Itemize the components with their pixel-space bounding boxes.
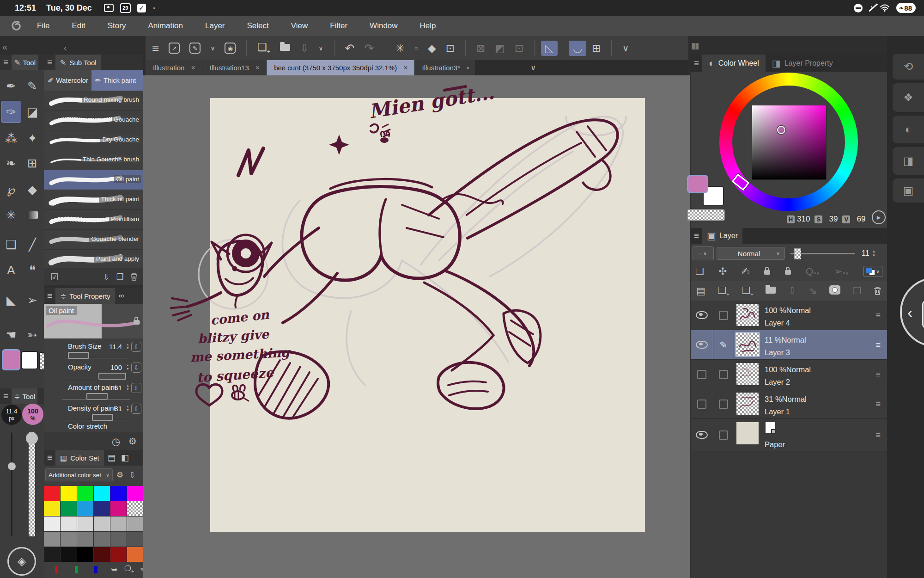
layer-thumbnail[interactable] [736,363,759,385]
color-mode-toggle[interactable]: ▶ [872,210,886,224]
tool-figure[interactable]: ╱ [22,234,43,256]
layer-row[interactable]: 100 %NormalLayer 2 ≡ [691,360,887,389]
download-brush-icon[interactable]: ⇩ [103,273,110,281]
lock-icon[interactable] [134,320,140,325]
fit-screen-icon[interactable]: ↗ [169,43,180,54]
transparent-color-swatch[interactable] [687,209,725,221]
property-row[interactable]: Opacity 100 ▲▼ ⇩ [44,363,143,384]
panel-menu-icon[interactable]: ≡ [0,57,12,68]
group-tab-watercolor[interactable]: ✐ Watercolor [44,70,91,91]
property-row[interactable]: Color stretch [44,422,143,431]
dock-grip[interactable]: ▮▮ [691,41,699,51]
new-vector-layer-icon[interactable]: ❑+ [742,285,753,297]
stroke-dynamics-icon[interactable]: ◷ [112,437,120,446]
tool-pen[interactable]: ✒ [1,75,21,97]
tab-color-set[interactable]: ▦ Color Set [55,450,104,466]
canvas-viewport[interactable]: Mien gott... come on blitzy give me some… [143,75,690,578]
layer-list-view-icon[interactable]: ▤ [696,285,705,296]
quick-swatch[interactable] [94,566,97,573]
layer-thumbnail[interactable] [736,333,759,356]
color-swatch[interactable] [94,517,110,531]
delete-layer-icon[interactable] [874,287,881,295]
layer-menu-icon[interactable]: ≡ [875,430,881,440]
sv-square[interactable] [752,105,826,179]
blend-mode-dropdown[interactable]: Normal ∨ [717,247,785,260]
layer-color-dropdown[interactable]: ∨ [863,266,882,277]
tool-eyedropper[interactable]: ➳ [22,324,43,346]
brush-item[interactable]: Pointillism [44,210,143,230]
menu-item-view[interactable]: View [280,21,319,31]
brush-item[interactable]: Thick oil paint [44,190,143,210]
slider-track[interactable] [62,420,130,420]
panel-menu-icon[interactable]: ≡ [691,58,702,68]
tool-eraser[interactable]: ◪ [22,101,43,123]
layer-check-toggle[interactable] [713,419,734,451]
multi-select-pages-icon[interactable]: ☑ [50,272,59,282]
tab-tool[interactable]: ✎ Tool [12,55,38,70]
tool-hand[interactable]: ☚ [1,324,21,346]
menu-item-filter[interactable]: Filter [319,21,359,31]
layer-check-toggle[interactable] [713,360,734,389]
color-swatch[interactable] [94,501,110,516]
color-swatch[interactable] [77,517,93,531]
color-swatch[interactable] [44,517,60,531]
color-swatch[interactable] [44,501,60,516]
dynamics-icon[interactable]: ⇩ [131,383,141,393]
layer-property-palette-button[interactable]: ◨ [893,147,924,175]
create-mask-icon[interactable] [829,285,840,296]
menu-item-window[interactable]: Window [359,21,408,31]
color-swatch[interactable] [61,532,77,547]
color-swatch[interactable] [77,486,93,501]
merge-down-icon[interactable]: ⇘ [808,285,817,296]
undo-icon[interactable]: ↶ [345,43,355,54]
layer-opacity-knob[interactable] [794,248,801,259]
layer-thumbnail[interactable] [736,393,759,415]
tool-selection[interactable]: ℘ [1,178,21,201]
tool-auto-select[interactable]: ✳ [1,204,21,226]
canvas-drawing[interactable]: Mien gott... come on blitzy give me some… [143,75,690,578]
stepper-icon[interactable]: ▲▼ [126,405,129,412]
film-palette-icon[interactable]: ▤ [108,454,116,462]
layer-visibility-toggle[interactable] [691,360,713,389]
color-swatch[interactable] [127,486,143,501]
tab-color-wheel[interactable]: ◐ Color Wheel [702,55,766,72]
brush-item-selected[interactable]: Oil paint [44,170,143,190]
add-color-icon[interactable]: ❍+ [124,565,134,574]
color-swatch[interactable] [94,486,110,501]
gradient-palette-icon[interactable]: ◧ [121,454,129,462]
layer-menu-icon[interactable]: ≡ [875,369,881,379]
color-swatch[interactable] [110,501,127,516]
color-swatch[interactable] [61,547,77,562]
stepper-icon[interactable]: ▲▼ [126,363,129,370]
color-swatch[interactable] [127,547,143,562]
tool-brush-selected[interactable]: ✑ [1,101,21,123]
clip-studio-spiral-icon[interactable]: ◉ [225,43,236,54]
layer-row[interactable]: 100 %NormalLayer 4 ≡ [691,301,887,330]
foreground-color-swatch[interactable] [687,175,708,193]
transfer-down-icon[interactable]: ⇩ [788,285,796,296]
layer-menu-icon[interactable]: ≡ [875,399,881,409]
wrench-icon[interactable]: ⚙ [128,437,137,446]
crop-frame-icon[interactable]: ⊡ [446,43,455,54]
color-swatch[interactable] [61,517,77,531]
layer-check-toggle[interactable] [713,301,734,330]
brush-item[interactable]: Paint and apply [44,250,143,270]
slider-track[interactable] [62,399,130,400]
expand-selection-icon[interactable]: ⊡ [515,43,523,54]
collapse-subtool-icon[interactable]: ‹ [64,43,67,53]
dynamics-icon[interactable]: ⇩ [131,363,141,373]
brush-item[interactable]: Dry Gouache [44,130,143,150]
fill-selection-icon[interactable]: ◆ [428,43,436,54]
color-swatch[interactable] [44,532,60,547]
quick-swatch[interactable] [55,566,58,573]
tab-tool-size[interactable]: ≑ Tool [12,388,37,404]
open-file-icon[interactable] [280,44,290,53]
stepper-icon[interactable]: ▲▼ [126,384,129,391]
slider-track[interactable] [62,379,130,379]
color-swatch[interactable] [110,517,127,531]
layer-row-selected[interactable]: ✎ 11 %NormalLayer 3 ≡ [691,330,887,360]
panel-menu-icon[interactable]: ≡ [691,231,702,241]
brush-item[interactable]: Gouache [44,111,143,130]
layer-check-toggle[interactable] [713,389,734,418]
lock-layer-icon[interactable] [764,267,770,277]
